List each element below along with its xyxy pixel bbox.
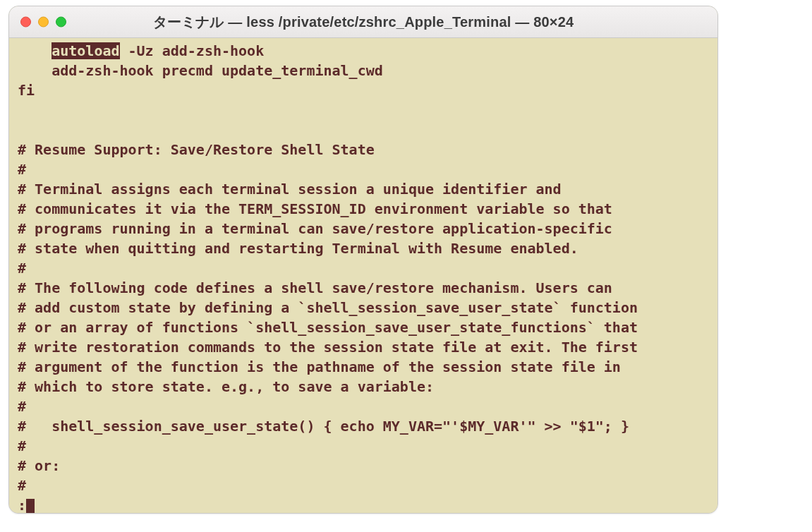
zoom-icon[interactable]: [56, 17, 66, 28]
term-line: # state when quitting and restarting Ter…: [18, 240, 578, 257]
traffic-lights: [9, 17, 66, 28]
term-text: [18, 42, 51, 59]
term-line: # The following code defines a shell sav…: [18, 279, 612, 296]
term-line: #: [18, 437, 26, 454]
term-line: # programs running in a terminal can sav…: [18, 220, 612, 237]
term-line: fi: [18, 82, 35, 99]
window-title: ターミナル — less /private/etc/zshrc_Apple_Te…: [9, 13, 717, 32]
term-line: # communicates it via the TERM_SESSION_I…: [18, 200, 612, 217]
term-line: # which to store state. e.g., to save a …: [18, 378, 434, 395]
term-line: # or an array of functions `shell_sessio…: [18, 319, 638, 336]
term-line: autoload -Uz add-zsh-hook: [18, 42, 264, 59]
term-line: # Resume Support: Save/Restore Shell Sta…: [18, 141, 375, 158]
less-prompt[interactable]: :: [18, 497, 35, 513]
term-line: # or:: [18, 457, 60, 474]
term-line: add-zsh-hook precmd update_terminal_cwd: [18, 62, 383, 79]
prompt-char: :: [18, 497, 26, 513]
term-line: # write restoration commands to the sess…: [18, 339, 638, 356]
term-line: # Terminal assigns each terminal session…: [18, 181, 562, 198]
close-icon[interactable]: [20, 17, 31, 28]
term-text: -Uz add-zsh-hook: [120, 42, 265, 59]
term-line: #: [18, 398, 26, 415]
term-line: #: [18, 477, 26, 494]
titlebar: ターミナル — less /private/etc/zshrc_Apple_Te…: [9, 6, 717, 38]
terminal-window: ターミナル — less /private/etc/zshrc_Apple_Te…: [8, 6, 718, 514]
term-line: # argument of the function is the pathna…: [18, 358, 621, 375]
term-line: # shell_session_save_user_state() { echo…: [18, 418, 629, 435]
term-line: #: [18, 161, 26, 178]
terminal-content[interactable]: autoload -Uz add-zsh-hook add-zsh-hook p…: [9, 38, 717, 513]
search-highlight: autoload: [51, 42, 119, 59]
minimize-icon[interactable]: [38, 17, 49, 28]
cursor-icon: [26, 499, 35, 513]
term-line: #: [18, 260, 26, 277]
term-line: # add custom state by defining a `shell_…: [18, 299, 638, 316]
